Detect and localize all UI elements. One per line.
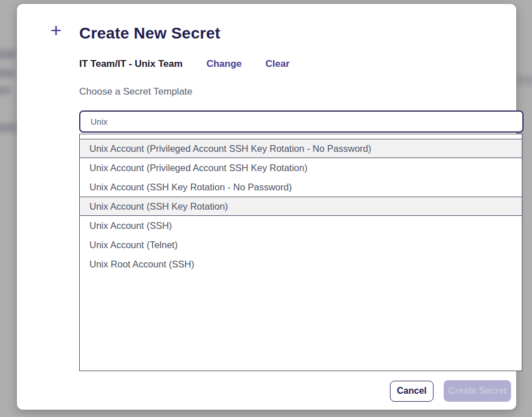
background-blur-item <box>0 87 10 94</box>
dropdown-item[interactable]: Unix Account (Telnet) <box>80 235 522 254</box>
clear-folder-link[interactable]: Clear <box>265 58 290 70</box>
dropdown-item[interactable]: Unix Account (SSH Key Rotation) <box>80 197 522 216</box>
background-blur-item <box>0 50 16 59</box>
dropdown-item[interactable]: Unix Account (Privileged Account SSH Key… <box>80 158 522 177</box>
dropdown-item[interactable]: Unix Account (SSH Key Rotation - No Pass… <box>80 177 522 197</box>
cancel-button[interactable]: Cancel <box>390 381 434 402</box>
background-blur-item <box>515 75 532 85</box>
folder-row: IT Team/IT - Unix Team Change Clear <box>79 58 290 70</box>
dropdown-item[interactable]: Unix Root Account (SSH) <box>80 254 522 274</box>
dropdown-item[interactable]: Unix Account (Privileged Account SSH Key… <box>80 139 522 158</box>
template-search-input[interactable] <box>79 110 524 133</box>
dropdown-item[interactable]: Unix Account (SSH) <box>80 216 522 235</box>
template-dropdown-list: Unix Account (Privileged Account SSH Key… <box>79 134 522 371</box>
change-folder-link[interactable]: Change <box>207 58 242 70</box>
page: { "modal": { "title": "Create New Secret… <box>0 0 532 417</box>
background-blur-item <box>0 69 15 78</box>
create-secret-modal: + Create New Secret IT Team/IT - Unix Te… <box>17 4 516 410</box>
plus-icon: + <box>49 23 63 37</box>
choose-template-label: Choose a Secret Template <box>79 86 192 97</box>
background-blur-item <box>0 124 17 132</box>
page-title: Create New Secret <box>79 24 220 42</box>
selected-folder-path: IT Team/IT - Unix Team <box>79 58 183 70</box>
modal-footer: Cancel Create Secret <box>17 380 516 402</box>
create-secret-button[interactable]: Create Secret <box>444 380 511 402</box>
